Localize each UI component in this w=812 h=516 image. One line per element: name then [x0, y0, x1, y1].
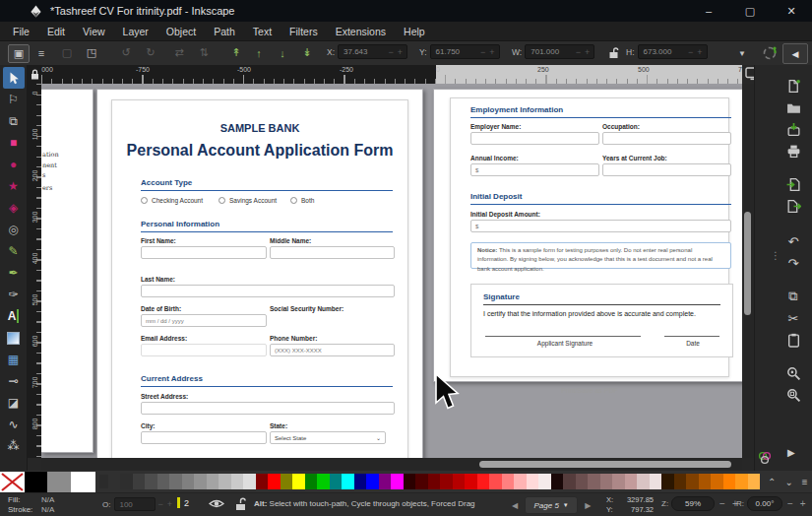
menu-path[interactable]: Path: [205, 26, 244, 37]
ellipse-tool[interactable]: ●: [3, 154, 25, 175]
flip-horizontal-icon[interactable]: ⇄: [169, 44, 189, 61]
partial-page[interactable]: ation nent s ers: [41, 89, 94, 453]
y-minus-button[interactable]: −: [478, 47, 487, 57]
color-swatch[interactable]: [686, 474, 699, 489]
zoom-drawing-icon[interactable]: [783, 364, 803, 382]
color-swatch[interactable]: [563, 474, 576, 489]
color-swatch[interactable]: [748, 474, 761, 489]
horizontal-ruler[interactable]: -1000-750-500-2500250500750: [41, 65, 742, 84]
selector-tool[interactable]: [3, 67, 25, 89]
color-swatch[interactable]: [157, 474, 170, 489]
radio-savings[interactable]: Savings Account: [219, 197, 277, 204]
color-swatch[interactable]: [440, 474, 453, 489]
color-swatch[interactable]: [169, 474, 182, 489]
color-swatch[interactable]: [342, 474, 354, 489]
text-tool[interactable]: A: [3, 305, 25, 327]
flip-vertical-icon[interactable]: ⇅: [194, 44, 214, 61]
tweak-tool[interactable]: ∿: [3, 414, 25, 435]
document-page-1[interactable]: SAMPLE BANK Personal Account Application…: [96, 89, 423, 458]
color-swatch[interactable]: [268, 474, 281, 489]
last-name-input[interactable]: [141, 285, 395, 297]
shape-builder-tool[interactable]: ⧉: [3, 110, 25, 132]
menu-file[interactable]: File: [4, 26, 38, 37]
palette-menu-button[interactable]: ≡: [802, 477, 808, 487]
zoom-minus-button[interactable]: −: [718, 498, 727, 509]
color-swatch[interactable]: [477, 474, 490, 489]
star-tool[interactable]: ★: [3, 175, 25, 197]
collapse-panel-button[interactable]: ◀: [782, 43, 808, 64]
color-swatch[interactable]: [145, 474, 157, 489]
h-field[interactable]: 673.000 − +: [638, 44, 708, 59]
deposit-input[interactable]: $: [470, 220, 731, 232]
y-plus-button[interactable]: +: [487, 47, 496, 57]
dob-input[interactable]: mm / dd / yyyy: [141, 314, 267, 327]
color-swatch[interactable]: [502, 474, 515, 489]
color-swatch[interactable]: [576, 474, 589, 489]
color-swatch[interactable]: [699, 474, 712, 489]
commands-overflow-button[interactable]: ▶: [787, 447, 795, 458]
duplicate-icon[interactable]: ⧉: [783, 288, 803, 305]
color-swatch[interactable]: [538, 474, 551, 489]
menu-extensions[interactable]: Extensions: [327, 26, 395, 37]
radio-both[interactable]: Both: [290, 197, 314, 204]
no-color-swatch[interactable]: [0, 472, 25, 492]
rotation-control[interactable]: R: 0.00° − +: [736, 496, 808, 511]
color-swatch[interactable]: [207, 474, 219, 489]
select-all-layers-icon[interactable]: ≡: [31, 44, 51, 61]
rotation-minus-button[interactable]: −: [785, 498, 795, 509]
snap-toggle-icon[interactable]: [762, 45, 778, 61]
menu-filters[interactable]: Filters: [281, 26, 327, 37]
color-swatch[interactable]: [625, 474, 638, 489]
color-swatch[interactable]: [600, 474, 613, 489]
x-plus-button[interactable]: +: [396, 47, 405, 57]
color-swatch[interactable]: [415, 474, 428, 489]
w-field[interactable]: 701.000 − +: [525, 44, 594, 59]
print-save-link[interactable]: Print/Save as PDF: [433, 387, 742, 394]
color-swatch[interactable]: [674, 474, 687, 489]
page-selector[interactable]: Page 5 ▼: [525, 496, 578, 514]
color-swatch[interactable]: [391, 474, 404, 489]
box-3d-tool[interactable]: ◈: [3, 197, 25, 219]
palette-scroll-up-button[interactable]: ⌃: [768, 477, 776, 487]
color-swatch[interactable]: [231, 474, 244, 489]
prev-page-button[interactable]: ◀: [512, 501, 518, 510]
rotate-ccw-icon[interactable]: ↺: [116, 44, 136, 61]
color-swatch[interactable]: [219, 474, 231, 489]
menu-edit[interactable]: Edit: [38, 26, 74, 37]
x-minus-button[interactable]: −: [387, 47, 396, 57]
radio-icon[interactable]: [290, 197, 297, 204]
color-swatch[interactable]: [330, 474, 343, 489]
export-icon[interactable]: [783, 197, 803, 215]
palette-scroll-down-button[interactable]: ⌄: [784, 477, 792, 487]
color-swatch[interactable]: [428, 474, 441, 489]
mesh-tool[interactable]: ▦: [3, 349, 25, 370]
pencil-tool[interactable]: ✎: [3, 240, 25, 262]
toolbar-more-dropdown[interactable]: ▼: [738, 49, 746, 58]
color-swatch[interactable]: [650, 474, 662, 489]
color-swatch[interactable]: [723, 474, 736, 489]
menu-layer[interactable]: Layer: [114, 26, 157, 37]
document-page-2[interactable]: Employment Information Employer Name: Oc…: [433, 89, 742, 382]
vertical-ruler[interactable]: 0100200300400500600700800: [28, 84, 41, 458]
y-field[interactable]: 61.750 − +: [430, 44, 500, 59]
color-management-icon[interactable]: [757, 451, 773, 465]
calligraphy-tool[interactable]: ✑: [3, 284, 25, 305]
date-line[interactable]: [664, 336, 719, 337]
w-plus-button[interactable]: +: [583, 47, 592, 57]
color-swatch[interactable]: [47, 472, 71, 492]
first-name-input[interactable]: [141, 246, 267, 259]
color-swatch[interactable]: [514, 474, 527, 489]
canvas[interactable]: ation nent s ers SAMPLE BANK Personal Ac…: [41, 84, 742, 458]
fill-stroke-indicator[interactable]: Fill:N/A Stroke:N/A: [8, 495, 54, 515]
maximize-button[interactable]: ▢: [729, 0, 771, 22]
ruler-lock-icon[interactable]: [31, 69, 39, 80]
color-swatch[interactable]: [243, 474, 256, 489]
dropper-tool[interactable]: ⊸: [3, 370, 25, 392]
open-document-icon[interactable]: [783, 98, 803, 116]
deselect-icon[interactable]: ▢: [57, 44, 77, 61]
phone-input[interactable]: (XXX) XXX-XXXX: [270, 344, 395, 356]
color-swatch[interactable]: [489, 474, 502, 489]
horizontal-scrollbar-thumb[interactable]: [479, 461, 731, 468]
employer-input[interactable]: [470, 132, 599, 145]
import-icon[interactable]: [783, 175, 803, 193]
